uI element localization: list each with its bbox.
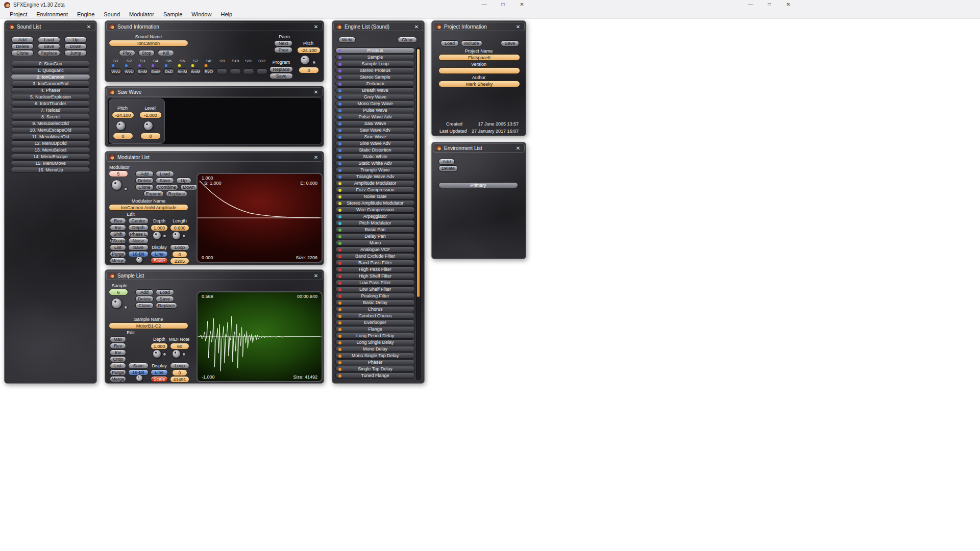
engine-list-item[interactable]: Static Distortion bbox=[335, 147, 415, 153]
delete-button[interactable]: Delete bbox=[135, 296, 154, 302]
project-name-field[interactable]: FlatspaceII bbox=[438, 54, 520, 61]
scale-button[interactable]: Scale bbox=[151, 258, 168, 264]
noise-button[interactable]: Noise bbox=[128, 238, 149, 244]
length-knob[interactable] bbox=[172, 231, 181, 240]
sound-list-button[interactable]: Replace bbox=[38, 50, 60, 56]
midi-note-knob[interactable] bbox=[172, 349, 181, 358]
engine-list-item[interactable]: Sine Wave Adv bbox=[335, 140, 415, 146]
include-button[interactable]: Include bbox=[461, 40, 482, 46]
save-button[interactable]: Save bbox=[156, 178, 174, 184]
pitch-mod-field[interactable]: 0 bbox=[113, 133, 133, 139]
line-button[interactable]: Line bbox=[151, 251, 168, 257]
engine-slot[interactable]: S2 WvU bbox=[124, 59, 135, 76]
engine-list-item[interactable]: Analogue VCF bbox=[335, 246, 415, 253]
delete-button[interactable]: Delete bbox=[438, 165, 458, 171]
sound-list-item[interactable]: 0. StunGun bbox=[11, 61, 90, 67]
program-save-button[interactable]: Save bbox=[270, 73, 293, 79]
loop-button[interactable]: Loop bbox=[170, 244, 189, 251]
engine-list-item[interactable]: Arpeggiator bbox=[335, 213, 415, 219]
engine-list-item[interactable]: Low Shelf Filter bbox=[335, 286, 415, 292]
engine-list-item[interactable]: Stereo Sample bbox=[335, 74, 415, 80]
close-icon[interactable]: ✕ bbox=[514, 145, 522, 151]
minimize-icon[interactable]: — bbox=[475, 0, 494, 10]
engine-list-item[interactable]: Peaking Filter bbox=[335, 293, 415, 299]
clone-button[interactable]: Clone bbox=[135, 303, 154, 309]
save-button[interactable]: Save bbox=[128, 244, 149, 251]
engine-list-item[interactable]: Saw Wave Adv bbox=[335, 127, 415, 133]
author-field[interactable]: Mark Sheeky bbox=[438, 81, 520, 87]
engine-list-item[interactable]: Saw Wave bbox=[335, 120, 415, 127]
close-icon[interactable]: ✕ bbox=[512, 0, 531, 10]
sound-list-button[interactable]: Clone bbox=[11, 50, 34, 56]
scale-button[interactable]: Scale bbox=[151, 376, 168, 382]
engine-list-item[interactable]: Long Period Delay bbox=[335, 333, 415, 339]
engine-list-item[interactable]: Triangle Wave Adv bbox=[335, 173, 415, 180]
engine-slot[interactable]: S6 AmM bbox=[177, 59, 188, 76]
load-button[interactable]: Load bbox=[156, 289, 174, 295]
engine-slot[interactable]: S4 SmM bbox=[150, 59, 161, 76]
engine-list-item[interactable]: Mono Delay bbox=[335, 346, 415, 352]
sound-list-button[interactable]: Up bbox=[64, 37, 87, 43]
engine-slot[interactable]: S1 WvU bbox=[110, 59, 121, 76]
small-dot-button[interactable] bbox=[182, 234, 186, 238]
sample-select-knob[interactable] bbox=[111, 298, 122, 309]
sound-list-button[interactable]: Delete bbox=[11, 43, 34, 49]
engine-list-item[interactable]: Sine Wave bbox=[335, 134, 415, 140]
add-button[interactable]: Add bbox=[135, 171, 154, 177]
menu-item[interactable]: Environment bbox=[32, 11, 72, 17]
sound-list-item[interactable]: 12. MenuUpOld bbox=[11, 140, 90, 146]
engine-list-item[interactable]: High Shelf Filter bbox=[335, 273, 415, 279]
modulator-list-titlebar[interactable]: Modulator List ✕ bbox=[106, 153, 323, 162]
purge-button[interactable]: Purge bbox=[110, 369, 126, 375]
maximize-icon[interactable]: □ bbox=[494, 0, 512, 10]
level-value-field[interactable]: -1.000 bbox=[139, 112, 162, 118]
engine-list-item[interactable]: Sample Loop bbox=[335, 61, 415, 67]
engine-list-item[interactable]: Grey Wave bbox=[335, 94, 415, 100]
merge-button[interactable]: Merge bbox=[110, 376, 126, 382]
engine-list-item[interactable]: Basic Pan bbox=[335, 227, 415, 233]
pitch-mod-field[interactable]: 0 bbox=[299, 67, 319, 73]
engine-list-item[interactable]: Breath Wave bbox=[335, 87, 415, 93]
small-dot-button[interactable] bbox=[124, 306, 128, 309]
engine-list-titlebar[interactable]: Engine List (Sound) ✕ bbox=[333, 22, 423, 31]
transport-button[interactable]: Play bbox=[119, 50, 135, 56]
save-button[interactable]: Save bbox=[128, 363, 149, 369]
loop-value-field[interactable]: 0 bbox=[172, 251, 187, 258]
depth-button[interactable]: Depth bbox=[128, 224, 149, 231]
sound-list-item[interactable]: 6. IntroThunder bbox=[11, 101, 90, 107]
loop-button[interactable]: Loop bbox=[170, 363, 189, 369]
up-button[interactable]: Up bbox=[176, 178, 191, 184]
inv-button[interactable]: Inv bbox=[110, 224, 126, 231]
engine-list-item[interactable]: Pulse Wave Adv bbox=[335, 114, 415, 120]
inv-button[interactable]: Inv bbox=[110, 349, 126, 356]
engine-list-item[interactable]: Pulse Wave bbox=[335, 107, 415, 113]
engine-slot[interactable]: S11 bbox=[243, 59, 254, 76]
sound-list-item[interactable]: 15. MenuMove bbox=[11, 160, 90, 166]
weld-button[interactable]: Weld bbox=[338, 37, 356, 43]
small-dot-button[interactable] bbox=[163, 234, 166, 238]
combine-button[interactable]: Combine bbox=[156, 184, 178, 190]
engine-list-scrollbar[interactable] bbox=[416, 47, 421, 380]
pitch-knob[interactable] bbox=[300, 55, 310, 65]
sound-list-button[interactable]: Jump bbox=[64, 50, 87, 56]
loop-value-field[interactable]: 0 bbox=[172, 369, 187, 376]
sound-list-button[interactable]: Add bbox=[11, 37, 34, 43]
engine-list-item[interactable]: Tuned Flange bbox=[335, 372, 415, 379]
maximize-icon[interactable]: □ bbox=[760, 0, 779, 10]
depth-value-field[interactable]: 1.000 bbox=[151, 343, 168, 349]
engine-slot[interactable]: S12 bbox=[256, 59, 267, 76]
transport-button[interactable]: Stop bbox=[138, 50, 155, 56]
engine-slot[interactable]: S3 SmM bbox=[137, 59, 148, 76]
sound-list-button[interactable]: Load bbox=[38, 37, 60, 43]
sound-list-item[interactable]: 13. MenuSelect bbox=[11, 147, 90, 153]
environment-list-item[interactable]: Primary bbox=[438, 182, 518, 188]
engine-list-item[interactable]: Static White Adv bbox=[335, 160, 415, 166]
purge-button[interactable]: Purge bbox=[110, 251, 126, 257]
scrollbar-thumb[interactable] bbox=[417, 49, 420, 297]
program-replace-button[interactable]: Replace bbox=[270, 66, 293, 72]
depth-value-field[interactable]: 1.000 bbox=[151, 224, 168, 231]
engine-list-item[interactable]: Basic Delay bbox=[335, 299, 415, 306]
engine-list-item[interactable]: Stereo Proteus bbox=[335, 67, 415, 73]
engine-list-item[interactable]: Proteus bbox=[335, 47, 415, 54]
scale-value-field[interactable]: 41491 bbox=[170, 376, 189, 383]
